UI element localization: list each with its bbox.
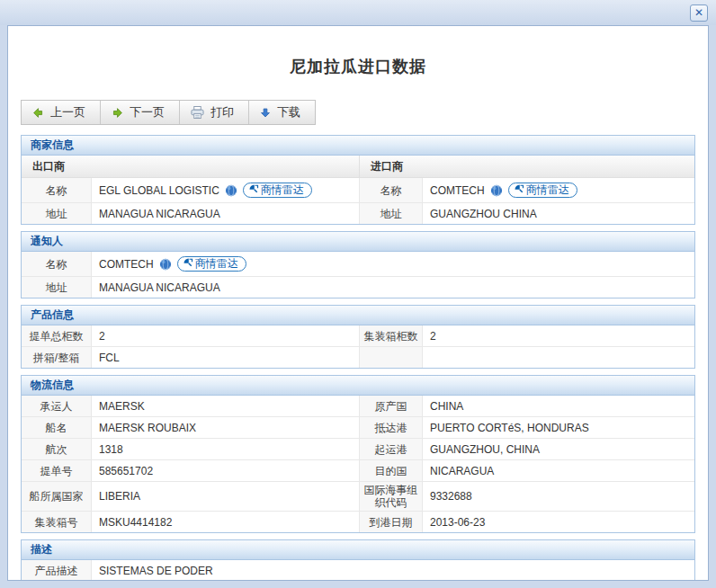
- field-label: 拼箱/整箱: [22, 347, 92, 368]
- field-value: 2: [423, 325, 694, 346]
- section-logistics: 物流信息 承运人 MAERSK 原产国 CHINA 船名 MAERSK ROUB…: [21, 375, 695, 533]
- field-value: MAERSK: [92, 396, 360, 416]
- table-row: 拼箱/整箱 FCL: [22, 346, 694, 368]
- arrow-down-icon: [260, 107, 271, 119]
- importer-name-cell: COMTECH 商情雷达: [423, 178, 694, 202]
- field-value: 9332688: [423, 482, 694, 511]
- section-notify: 通知人 名称 COMTECH 商情雷达 地址 MANAGUA NICARAGUA: [21, 231, 695, 298]
- section-product-header: 产品信息: [22, 306, 694, 325]
- product-description: SISTEMAS DE PODER: [92, 560, 694, 581]
- importer-name: COMTECH: [430, 184, 485, 197]
- field-label: 提单总柜数: [22, 325, 92, 346]
- field-label: 产品描述: [22, 560, 92, 581]
- importer-address: GUANGZHOU CHINA: [423, 203, 694, 224]
- field-value: [423, 347, 694, 368]
- notify-name-cell: COMTECH 商情雷达: [92, 252, 694, 276]
- field-value: GUANGZHOU, CHINA: [423, 439, 694, 459]
- close-icon[interactable]: ✕: [690, 4, 708, 22]
- arrow-right-icon: [112, 107, 123, 119]
- field-label: 抵达港: [360, 417, 423, 438]
- field-label: 起运港: [360, 439, 423, 459]
- field-label: 原产国: [360, 396, 423, 416]
- notify-name: COMTECH: [99, 258, 154, 271]
- prev-page-button[interactable]: 上一页: [22, 101, 101, 124]
- radar-icon: [248, 183, 259, 197]
- exporter-header: 出口商: [22, 156, 360, 177]
- download-button[interactable]: 下载: [249, 101, 315, 124]
- field-label: 国际海事组织代码: [360, 482, 423, 511]
- globe-icon[interactable]: [159, 258, 172, 271]
- section-logistics-header: 物流信息: [22, 376, 694, 396]
- field-label: 船名: [22, 417, 92, 438]
- section-merchant-header: 商家信息: [22, 136, 694, 156]
- field-label: [360, 347, 423, 368]
- page-title: 尼加拉瓜进口数据: [8, 56, 708, 77]
- field-label: 名称: [360, 178, 423, 202]
- section-merchant: 商家信息 出口商 进口商 名称 EGL GLOBAL LOGISTIC 商情雷达…: [21, 135, 695, 225]
- dialog-panel: 尼加拉瓜进口数据 上一页 下一页 打印: [7, 25, 709, 581]
- field-label: 地址: [22, 203, 92, 224]
- field-value: NICARAGUA: [423, 460, 694, 481]
- radar-icon: [183, 257, 193, 271]
- field-value: CHINA: [423, 396, 694, 416]
- field-value: MAERSK ROUBAIX: [92, 417, 360, 438]
- field-label: 名称: [22, 252, 92, 276]
- table-row: 名称 EGL GLOBAL LOGISTIC 商情雷达 名称 COMTECH: [22, 178, 694, 202]
- field-value: LIBERIA: [92, 482, 360, 511]
- table-row: 船所属国家 LIBERIA 国际海事组织代码 9332688: [22, 481, 694, 511]
- print-button[interactable]: 打印: [180, 101, 249, 124]
- field-value: 2: [92, 325, 360, 346]
- table-row: 船名 MAERSK ROUBAIX 抵达港 PUERTO CORTéS, HON…: [22, 416, 694, 438]
- printer-icon: [191, 106, 204, 119]
- field-value: 585651702: [92, 460, 360, 481]
- table-row: 地址 MANAGUA NICARAGUA: [22, 276, 694, 298]
- table-row: 承运人 MAERSK 原产国 CHINA: [22, 396, 694, 416]
- section-product: 产品信息 提单总柜数 2 集装箱柜数 2 拼箱/整箱 FCL: [21, 305, 695, 369]
- notify-address: MANAGUA NICARAGUA: [92, 277, 694, 298]
- next-page-button[interactable]: 下一页: [101, 101, 180, 124]
- field-value: MSKU4414182: [92, 512, 360, 532]
- radar-badge-notify[interactable]: 商情雷达: [177, 256, 246, 272]
- field-value: 2013-06-23: [423, 512, 694, 532]
- radar-icon: [514, 183, 524, 197]
- field-label: 提单号: [22, 460, 92, 481]
- field-label: 集装箱号: [22, 512, 92, 532]
- field-value: PUERTO CORTéS, HONDURAS: [423, 417, 694, 438]
- exporter-name-cell: EGL GLOBAL LOGISTIC 商情雷达: [92, 178, 360, 202]
- field-label: 船所属国家: [22, 482, 92, 511]
- field-label: 集装箱柜数: [360, 325, 423, 346]
- field-label: 地址: [360, 203, 423, 224]
- table-row: 地址 MANAGUA NICARAGUA 地址 GUANGZHOU CHINA: [22, 202, 694, 224]
- toolbar: 上一页 下一页 打印 下载: [21, 100, 316, 125]
- field-label: 目的国: [360, 460, 423, 481]
- section-description-header: 描述: [22, 540, 694, 560]
- importer-header: 进口商: [360, 156, 694, 177]
- globe-icon[interactable]: [225, 184, 237, 197]
- table-row: 集装箱号 MSKU4414182 到港日期 2013-06-23: [22, 511, 694, 532]
- dialog-titlebar: [0, 0, 716, 25]
- radar-badge-importer[interactable]: 商情雷达: [508, 183, 577, 198]
- arrow-left-icon: [32, 107, 44, 119]
- radar-badge-exporter[interactable]: 商情雷达: [243, 183, 312, 198]
- section-notify-header: 通知人: [22, 232, 694, 252]
- table-row: 提单号 585651702 目的国 NICARAGUA: [22, 459, 694, 481]
- field-label: 到港日期: [360, 512, 423, 532]
- field-value: FCL: [92, 347, 360, 368]
- field-label: 航次: [22, 439, 92, 459]
- table-row: 名称 COMTECH 商情雷达: [22, 252, 694, 276]
- table-row: 提单总柜数 2 集装箱柜数 2: [22, 325, 694, 346]
- globe-icon[interactable]: [490, 184, 503, 197]
- table-row: 产品描述 SISTEMAS DE PODER: [22, 560, 694, 581]
- exporter-address: MANAGUA NICARAGUA: [92, 203, 360, 224]
- exporter-name: EGL GLOBAL LOGISTIC: [99, 184, 219, 197]
- merchant-subheader: 出口商 进口商: [22, 156, 694, 178]
- field-label: 地址: [22, 277, 92, 298]
- field-label: 名称: [22, 178, 92, 202]
- field-value: 1318: [92, 439, 360, 459]
- field-label: 承运人: [22, 396, 92, 416]
- table-row: 航次 1318 起运港 GUANGZHOU, CHINA: [22, 438, 694, 459]
- section-description: 描述 产品描述 SISTEMAS DE PODER: [21, 539, 695, 581]
